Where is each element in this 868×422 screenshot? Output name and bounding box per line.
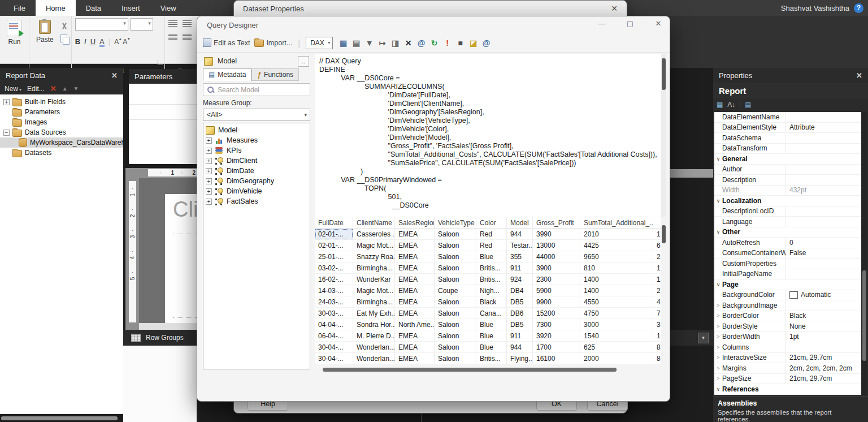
property-value[interactable] (785, 144, 861, 154)
table-cell[interactable]: 1 (653, 330, 661, 342)
query-vscrollbar[interactable] (661, 54, 666, 217)
splitter[interactable] (421, 414, 422, 422)
expand-icon[interactable]: > (714, 345, 722, 350)
expand-icon[interactable]: > (714, 313, 722, 318)
table-cell[interactable]: 30-04-... (315, 342, 353, 353)
cut-icon[interactable] (60, 23, 68, 30)
table-cell[interactable]: 1 (653, 274, 661, 285)
table-cell[interactable]: EMEA (395, 262, 435, 274)
import-button[interactable]: Import... (254, 38, 292, 47)
table-cell[interactable]: EMEA (395, 251, 435, 262)
cancel-query-icon[interactable]: ! (441, 37, 453, 49)
tab-data[interactable]: Data (76, 0, 111, 16)
column-header-sumtotal-additional[interactable]: SumTotal_Additional_... (580, 217, 653, 229)
table-cell[interactable]: 8 (653, 353, 661, 364)
table-cell[interactable]: 16-02-... (315, 274, 353, 285)
table-cell[interactable]: 924 (507, 274, 533, 285)
table-cell[interactable]: Testar... (507, 240, 533, 251)
table-cell[interactable]: Birmingha... (353, 296, 395, 308)
table-cell[interactable]: 1700 (533, 342, 580, 353)
property-value[interactable] (785, 342, 861, 352)
table-row[interactable]: 30-04-...Wonderlan...EMEASaloonBritis...… (315, 353, 661, 364)
model-tree-item-measures[interactable]: +Measures (206, 135, 310, 145)
paste-button[interactable]: Paste (33, 18, 57, 66)
table-cell[interactable]: DB5 (507, 319, 533, 330)
chevron-down-icon[interactable]: ∨ (714, 386, 722, 392)
expand-icon[interactable]: > (714, 303, 722, 308)
expander-icon[interactable]: + (3, 99, 10, 105)
model-tree-item-kpis[interactable]: +KPIs (206, 145, 310, 156)
expand-icon[interactable]: > (714, 365, 722, 371)
move-down-icon[interactable]: ▼ (73, 85, 79, 92)
table-cell[interactable]: 1 (653, 229, 661, 240)
table-cell[interactable]: EMEA (395, 342, 435, 353)
run-button[interactable]: Run (3, 18, 25, 66)
table-cell[interactable]: EMEA (395, 229, 435, 240)
table-cell[interactable]: 911 (507, 262, 533, 274)
table-row[interactable]: 30-03-...Eat My Exh...EMEASaloonCana...D… (315, 308, 661, 319)
tab-view[interactable]: View (150, 0, 186, 16)
table-cell[interactable]: Coupe (435, 285, 476, 296)
table-cell[interactable]: North Ame... (395, 319, 435, 330)
table-cell[interactable]: 14-03-... (315, 285, 353, 296)
table-cell[interactable]: 02-01-... (315, 240, 353, 251)
table-cell[interactable]: Saloon (435, 262, 476, 274)
properties-vscrollbar[interactable] (862, 112, 867, 395)
table-cell[interactable]: Birmingha... (353, 262, 395, 274)
expander-icon[interactable]: + (206, 188, 212, 195)
table-vscrollbar[interactable] (661, 217, 666, 364)
table-cell[interactable]: 2000 (580, 353, 653, 364)
table-cell[interactable]: DB6 (507, 308, 533, 319)
table-cell[interactable]: EMEA (395, 274, 435, 285)
model-tree-item-dimclient[interactable]: +DimClient (206, 156, 310, 166)
property-category-general[interactable]: ∨General (714, 154, 861, 165)
table-cell[interactable]: Sondra Hor... (353, 319, 395, 330)
table-cell[interactable]: Saloon (435, 229, 476, 240)
new-button[interactable]: New▾ (5, 85, 21, 93)
table-cell[interactable]: Black (476, 296, 507, 308)
grow-font-button[interactable]: A▲ (114, 38, 119, 46)
table-cell[interactable]: Snazzy Roa... (353, 251, 395, 262)
table-cell[interactable]: Magic Mot... (353, 285, 395, 296)
model-tree-item-dimdate[interactable]: +DimDate (206, 166, 310, 176)
table-cell[interactable]: 44000 (533, 251, 580, 262)
table-cell[interactable]: 5900 (533, 285, 580, 296)
table-cell[interactable]: 1 (653, 262, 661, 274)
model-tree-item-model[interactable]: Model (206, 125, 310, 135)
property-value[interactable]: 21cm, 29.7cm (785, 374, 861, 384)
close-icon[interactable]: ✕ (856, 71, 862, 80)
align-center-button[interactable] (183, 33, 192, 40)
refresh-icon[interactable]: ↻ (428, 37, 440, 49)
search-model-input[interactable]: Search Model (203, 83, 310, 96)
table-row[interactable]: 02-01-...Magic Mot...EMEASaloonRedTestar… (315, 240, 661, 251)
table-cell[interactable]: 02-01-... (315, 229, 353, 240)
column-groups-caret-icon[interactable]: ▾ (698, 333, 709, 343)
bold-button[interactable]: B (75, 37, 80, 46)
property-value[interactable] (785, 217, 861, 227)
table-cell[interactable]: EMEA (395, 285, 435, 296)
chevron-down-icon[interactable]: ∨ (714, 198, 722, 204)
stop-icon[interactable]: ■ (454, 37, 466, 49)
font-size-select[interactable]: ▾ (131, 18, 153, 31)
table-cell[interactable]: Blue (476, 330, 507, 342)
table-cell[interactable]: 1400 (580, 274, 653, 285)
model-tree-item-factsales[interactable]: +FactSales (206, 196, 310, 206)
table-cell[interactable]: 30-04-... (315, 353, 353, 364)
table-row[interactable]: 04-04-...Sondra Hor...North Ame...Saloon… (315, 319, 661, 330)
expander-icon[interactable]: + (206, 137, 212, 144)
table-cell[interactable]: Saloon (435, 342, 476, 353)
table-cell[interactable]: Eat My Exh... (353, 308, 395, 319)
alphabetical-icon[interactable]: A↓ (727, 101, 735, 109)
tab-functions[interactable]: ƒ Functions (251, 68, 299, 81)
delete-icon[interactable]: ✕ (50, 84, 57, 93)
expand-icon[interactable]: > (714, 376, 722, 381)
table-cell[interactable]: 2300 (533, 274, 580, 285)
query-mode-select[interactable]: DAX▾ (306, 37, 333, 49)
table-cell[interactable]: Red (476, 229, 507, 240)
table-cell[interactable]: 3 (653, 319, 661, 330)
table-cell[interactable]: 2 (653, 285, 661, 296)
table-cell[interactable]: 4550 (580, 296, 653, 308)
table-cell[interactable]: Saloon (435, 319, 476, 330)
chevron-down-icon[interactable]: ∨ (714, 229, 722, 235)
column-header-vehicletype[interactable]: VehicleType (435, 217, 476, 229)
